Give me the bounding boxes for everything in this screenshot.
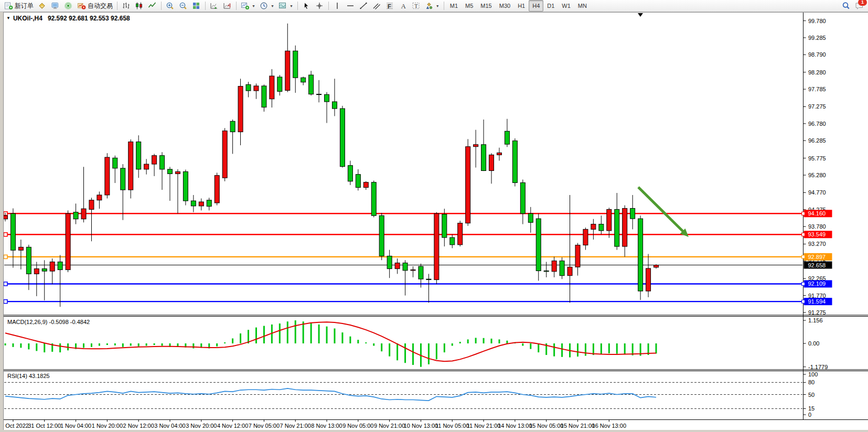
timeframe-h1-button[interactable]: H1 [514,0,529,12]
timeframe-mn-button[interactable]: MN [574,0,591,12]
zoom-in-icon[interactable] [164,0,177,12]
timeframe-h4-button[interactable]: H4 [529,0,543,12]
macd-histogram-bar [553,343,555,357]
new-chart-icon[interactable]: ▼ [239,0,258,12]
macd-histogram-bar [154,343,155,345]
crosshair-icon[interactable] [313,0,326,12]
data-window-icon[interactable] [49,0,62,12]
macd-histogram-bar [44,343,45,352]
autotrading-button[interactable]: 自动交易 [75,0,115,12]
candles-glyph [135,2,144,10]
macd-histogram-bar [428,343,430,364]
price-tag-92.109-handle[interactable] [802,282,805,285]
macd-histogram-bar [585,343,586,356]
macd-histogram-bar [192,343,194,349]
price-tick-label: 99.285 [808,35,826,41]
price-tick-label: 97.785 [808,86,826,92]
timeframe-m1-button[interactable]: M1 [446,0,462,12]
dropdown-caret-icon[interactable]: ▼ [290,4,293,8]
horizontal-line-icon[interactable] [344,0,357,12]
text-label-icon[interactable]: T [410,0,423,12]
ohlc-values: 92.592 92.681 92.553 92.658 [48,15,130,22]
price-tick-label: 95.775 [808,155,826,161]
price-tag-93.549-handle[interactable] [802,233,805,236]
price-tag-91.594-handle[interactable] [802,300,805,303]
hline-handle[interactable] [4,255,7,258]
candlestick-chart-icon[interactable] [133,0,146,12]
chart-shift-marker-icon[interactable] [638,13,643,17]
macd-histogram-bar [83,343,84,348]
hline-handle[interactable] [4,300,7,304]
template-glyph [278,2,287,10]
bar-chart-icon[interactable] [120,0,133,12]
timeframe-m5-button[interactable]: M5 [462,0,477,12]
cursor-icon[interactable] [300,0,313,12]
hline-handle[interactable] [4,233,7,236]
toolbar-separator [161,2,162,10]
dropdown-caret-icon[interactable]: ▼ [271,4,274,8]
notifications-icon[interactable]: 1 [853,0,866,12]
fibo-glyph: F [385,2,394,10]
rsi-tick-label: 100 [808,371,818,377]
signals-icon[interactable] [62,0,75,12]
line-chart-icon[interactable] [146,0,159,12]
date-label: 1 Nov 20:00 [92,423,123,429]
new-order-button[interactable]: 新订单 [2,0,36,12]
shapes-glyph [425,2,434,10]
macd-histogram-bar [341,332,343,343]
auto-scroll-icon[interactable] [208,0,221,12]
candle-body [363,182,368,188]
dropdown-caret-icon[interactable]: ▼ [436,4,440,8]
candle-body [42,269,47,272]
fibonacci-icon[interactable]: F [383,0,397,12]
toolbar-separator [444,2,444,10]
candle-body [489,155,494,170]
macd-histogram-bar [91,343,92,347]
toolbar-separator [117,2,117,10]
candle-body [238,87,243,132]
macd-histogram-bar [216,343,218,347]
price-tag-92.897-handle[interactable] [802,255,805,258]
timeframe-m30-button[interactable]: M30 [496,0,514,12]
chart-area[interactable]: 99.78099.28598.79098.28097.78597.27596.7… [0,0,868,432]
candle-body [544,271,549,272]
text-icon[interactable]: A [397,0,410,12]
hline-handle[interactable] [4,282,7,286]
timeframe-d1-button[interactable]: D1 [543,0,558,12]
candle-body [630,208,635,219]
terminal-window: 新订单自动交易▼▼▼FAT▼M1M5M15M30H1H4D1W1MN1 99.7… [0,0,868,432]
templates-icon[interactable]: ▼ [276,0,295,12]
toolbar-separator [328,2,329,10]
macd-tick-label: 0.00 [808,340,819,347]
date-label: 3 Nov 20:00 [186,423,217,429]
timeframe-m15-button[interactable]: M15 [477,0,495,12]
market-watch-icon[interactable] [36,0,49,12]
candle-body [18,247,23,250]
candle-body [646,268,651,291]
candle-body [285,51,290,90]
arrows-icon[interactable]: ▼ [423,0,442,12]
timeframe-w1-button[interactable]: W1 [558,0,574,12]
zoom-out-icon[interactable] [177,0,190,12]
macd-histogram-bar [162,343,163,346]
one-click-trading-toggle-icon[interactable]: ▼ [6,16,10,20]
tile-windows-icon[interactable] [190,0,203,12]
date-label: 7 Nov 21:00 [280,423,311,429]
candle-body [128,142,133,190]
candle-body [442,214,447,237]
candle-body [638,219,643,291]
chart-shift-icon[interactable] [221,0,234,12]
vertical-line-icon[interactable] [331,0,344,12]
macd-histogram-bar [491,339,492,343]
price-tag-94.160-handle[interactable] [802,212,805,215]
candle-body [356,175,360,188]
search-icon[interactable] [840,0,853,12]
macd-histogram-bar [373,343,374,346]
periods-icon[interactable]: ▼ [258,0,276,12]
dropdown-caret-icon[interactable]: ▼ [252,4,255,8]
equidistant-channel-icon[interactable] [370,0,383,12]
candle-body [520,182,525,213]
trendline-icon[interactable] [357,0,370,12]
candle-body [262,86,266,107]
zoomin-glyph [166,2,175,10]
